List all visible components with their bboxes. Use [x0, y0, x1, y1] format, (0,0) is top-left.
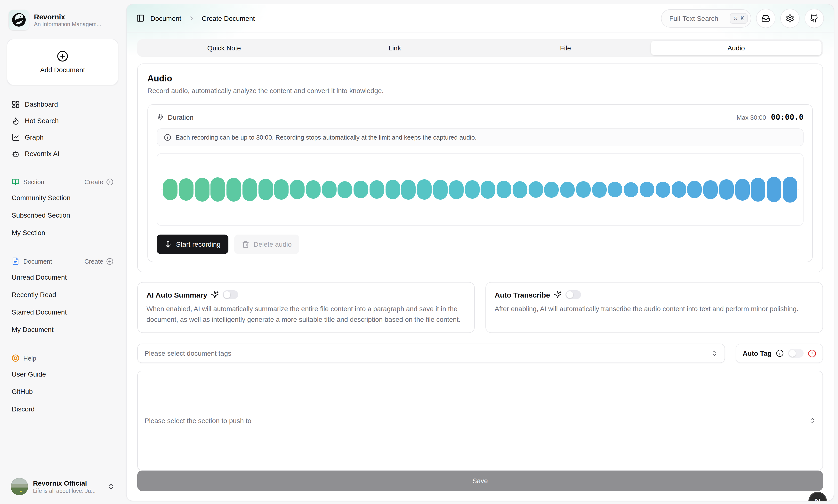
waveform-blob [465, 180, 479, 199]
sidebar-item-revornix-ai[interactable]: Revornix AI [6, 145, 119, 162]
waveform-blob [322, 181, 336, 198]
life-buoy-icon [12, 354, 19, 362]
sidebar-item-label: Graph [25, 133, 43, 141]
waveform-blob [608, 182, 623, 197]
breadcrumb-create-document: Create Document [202, 14, 255, 22]
waveform-blob [687, 181, 702, 198]
create-label: Create [84, 178, 103, 185]
waveform-blob [385, 180, 400, 199]
user-name: Revornix Official [33, 480, 95, 488]
delete-audio-label: Delete audio [254, 240, 292, 248]
sidebar-item-starred-document[interactable]: Starred Document [6, 303, 119, 321]
sidebar-item-user-guide[interactable]: User Guide [6, 365, 119, 383]
sidebar-item-label: Hot Search [25, 117, 59, 125]
group-title: Help [23, 355, 36, 362]
ai-auto-summary-toggle[interactable] [223, 290, 238, 299]
waveform-blob [449, 180, 464, 199]
sidebar-group-document: Document Create Unread Document Recently… [6, 254, 119, 338]
sidebar-item-github[interactable]: GitHub [6, 383, 119, 400]
kbd-shortcut: ⌘ K [730, 13, 748, 23]
sparkles-icon [554, 291, 562, 299]
sidebar-item-graph[interactable]: Graph [6, 129, 119, 145]
waveform-blob [576, 181, 591, 198]
waveform-blob [512, 181, 527, 198]
delete-audio-button[interactable]: Delete audio [234, 235, 299, 254]
create-section-button[interactable]: Create [84, 178, 114, 185]
panel-left-icon[interactable] [136, 14, 144, 22]
tab-quick-note[interactable]: Quick Note [139, 41, 309, 55]
audio-description: Record audio, automatically analyze the … [147, 87, 813, 94]
start-recording-button[interactable]: Start recording [157, 235, 228, 254]
topbar: Document Create Document Full-Text Searc… [126, 4, 834, 33]
sidebar-item-my-document[interactable]: My Document [6, 321, 119, 338]
chevron-right-icon [188, 15, 195, 21]
user-menu[interactable]: Revornix Official Life is all about love… [6, 474, 119, 499]
gear-icon [786, 14, 795, 22]
waveform-blob [656, 181, 670, 197]
waveform-blob [401, 180, 416, 199]
add-document-button[interactable]: Add Document [7, 39, 118, 85]
save-button[interactable]: Save [137, 471, 823, 491]
recorder-card: Duration Max 30:00 00:00.0 Each recordin… [147, 104, 813, 262]
sidebar: Revornix An Information Managem... Add D… [0, 0, 125, 504]
breadcrumb-document[interactable]: Document [150, 14, 181, 22]
app-name: Revornix [34, 13, 101, 21]
max-duration: Max 30:00 [737, 114, 766, 121]
chevrons-up-down-icon [711, 350, 718, 357]
start-recording-label: Start recording [176, 240, 221, 248]
tab-file[interactable]: File [480, 41, 651, 55]
sidebar-item-my-section[interactable]: My Section [6, 224, 119, 241]
trash-icon [242, 240, 249, 248]
sidebar-item-subscribed-section[interactable]: Subscribed Section [6, 206, 119, 224]
tab-audio[interactable]: Audio [651, 41, 821, 55]
waveform-blob [243, 178, 257, 201]
chevrons-up-down-icon [108, 483, 115, 490]
mic-icon [157, 113, 164, 121]
inbox-icon [762, 14, 770, 22]
recording-timer: 00:00.0 [771, 112, 804, 122]
section-placeholder: Please select the section to push to [144, 417, 251, 425]
document-tags-select[interactable]: Please select document tags [137, 344, 725, 363]
section-push-select[interactable]: Please select the section to push to [137, 371, 823, 471]
full-text-search-button[interactable]: Full-Text Search ⌘ K [661, 9, 751, 28]
duration-label: Duration [168, 113, 193, 121]
auto-tag-toggle[interactable] [788, 349, 804, 358]
chart-line-icon [12, 133, 20, 141]
sidebar-item-hot-search[interactable]: Hot Search [6, 112, 119, 129]
waveform-blob [783, 177, 797, 202]
create-label: Create [84, 257, 103, 265]
waveform [157, 153, 804, 226]
sidebar-item-recently-read[interactable]: Recently Read [6, 286, 119, 303]
ai-auto-summary-description: When enabled, AI will automatically summ… [146, 304, 466, 325]
github-button[interactable] [805, 8, 824, 28]
waveform-blob [369, 180, 384, 199]
tab-link[interactable]: Link [309, 41, 480, 55]
bot-icon [12, 149, 20, 158]
sidebar-item-unread-document[interactable]: Unread Document [6, 269, 119, 286]
inbox-button[interactable] [756, 8, 775, 28]
sidebar-item-discord[interactable]: Discord [6, 400, 119, 418]
book-open-icon [12, 178, 19, 186]
sidebar-item-dashboard[interactable]: Dashboard [6, 96, 119, 112]
group-title: Document [23, 257, 52, 265]
audio-title: Audio [147, 74, 813, 84]
sidebar-group-section: Section Create Community Section Subscri… [6, 175, 119, 241]
audio-panel: Audio Record audio, automatically analyz… [137, 64, 823, 272]
waveform-blob [179, 178, 193, 201]
create-document-button[interactable]: Create [84, 257, 114, 265]
info-icon[interactable] [776, 350, 784, 357]
waveform-blob [719, 179, 734, 200]
waveform-blob [703, 180, 718, 199]
add-document-label: Add Document [40, 66, 85, 74]
waveform-blob [481, 181, 495, 198]
waveform-blob [274, 179, 289, 200]
waveform-blob [767, 177, 781, 202]
search-label: Full-Text Search [669, 14, 718, 22]
waveform-blob [560, 181, 575, 197]
settings-button[interactable] [780, 8, 800, 28]
auto-transcribe-card: Auto Transcribe After enabling, AI will … [486, 282, 823, 333]
sidebar-item-community-section[interactable]: Community Section [6, 189, 119, 206]
info-icon [164, 134, 171, 141]
auto-transcribe-toggle[interactable] [565, 290, 581, 299]
waveform-blob [735, 179, 750, 200]
